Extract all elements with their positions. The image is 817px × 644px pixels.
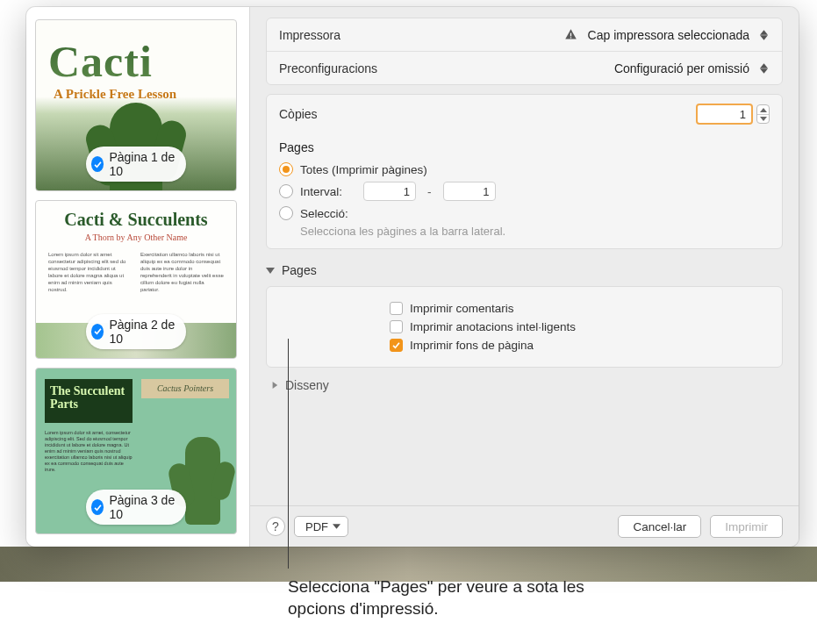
thumbnail-page-1[interactable]: Cacti A Prickle Free Lesson Pàgina 1 de … <box>35 19 237 191</box>
pages-all-label: Totes (Imprimir pàgines) <box>300 163 427 176</box>
range-to-input[interactable] <box>443 182 496 201</box>
callout-leader-line <box>288 339 289 569</box>
warning-icon <box>564 28 577 41</box>
thumb1-title: Cacti <box>36 20 236 87</box>
radio-selection[interactable] <box>279 206 293 220</box>
print-comments-row[interactable]: Imprimir comentaris <box>390 299 768 318</box>
printer-value: Cap impressora seleccionada <box>588 28 749 42</box>
thumb3-subtitle: Cactus Pointers <box>141 379 229 398</box>
stepper-down[interactable] <box>757 114 769 123</box>
svg-marker-4 <box>760 63 768 68</box>
check-icon <box>91 156 104 172</box>
svg-rect-0 <box>570 33 570 37</box>
stepper-up[interactable] <box>757 105 769 114</box>
page-thumbnails-sidebar: Cacti A Prickle Free Lesson Pàgina 1 de … <box>26 7 250 547</box>
print-label: Imprimir <box>725 520 768 533</box>
checkbox-smart[interactable] <box>390 320 403 333</box>
print-dialog: Cacti A Prickle Free Lesson Pàgina 1 de … <box>26 7 799 547</box>
page-badge-label: Pàgina 1 de 10 <box>109 150 176 178</box>
pdf-label: PDF <box>305 520 328 533</box>
help-button[interactable]: ? <box>266 517 285 536</box>
pages-selection-hint: Selecciona les pàgines a la barra latera… <box>300 225 770 238</box>
pages-heading: Pages <box>279 140 770 154</box>
thumb3-title: The Succulent Parts <box>45 379 133 423</box>
presets-label: Preconfiguracions <box>279 61 614 75</box>
range-dash: - <box>427 185 432 198</box>
check-icon <box>91 324 104 340</box>
printer-select[interactable]: Cap impressora seleccionada <box>564 27 770 42</box>
page-badge-label: Pàgina 3 de 10 <box>109 493 176 521</box>
updown-icon <box>758 27 770 42</box>
page-badge-1[interactable]: Pàgina 1 de 10 <box>86 147 186 182</box>
svg-marker-6 <box>760 108 767 112</box>
pages-selection-label: Selecció: <box>300 207 348 220</box>
checkbox-bg-label: Imprimir fons de pàgina <box>410 339 534 352</box>
printer-label: Impressora <box>279 28 564 42</box>
thumb3-body: Lorem ipsum dolor sit amet, consectetur … <box>45 430 133 473</box>
callout-text: Selecciona "Pages" per veure a sota les … <box>288 576 586 619</box>
thumb2-subtitle: A Thorn by Any Other Name <box>36 233 236 242</box>
print-options-panel: Impressora Cap impressora seleccionada P… <box>250 7 799 547</box>
chevron-down-icon <box>266 266 275 275</box>
radio-range[interactable] <box>279 184 293 198</box>
svg-marker-2 <box>760 30 768 34</box>
cancel-button[interactable]: Cancel·lar <box>618 515 701 538</box>
thumbnail-page-3[interactable]: The Succulent Parts Cactus Pointers Lore… <box>35 368 237 534</box>
chevron-right-icon <box>271 382 278 389</box>
print-smart-annotations-row[interactable]: Imprimir anotacions intel·ligents <box>390 318 768 336</box>
pages-selection-row[interactable]: Selecció: <box>279 204 770 223</box>
copies-input[interactable] <box>696 104 753 125</box>
thumb1-subtitle: A Prickle Free Lesson <box>36 87 236 102</box>
print-button[interactable]: Imprimir <box>710 515 783 538</box>
checkbox-comments[interactable] <box>390 302 403 315</box>
svg-marker-5 <box>760 68 768 73</box>
svg-marker-7 <box>760 117 767 121</box>
svg-rect-1 <box>570 37 570 38</box>
cancel-label: Cancel·lar <box>633 520 686 533</box>
thumbnail-page-2[interactable]: Cacti & Succulents A Thorn by Any Other … <box>35 200 237 358</box>
section-design-title: Disseny <box>285 378 329 392</box>
copies-label: Còpies <box>279 107 696 121</box>
pages-options-box: Imprimir comentaris Imprimir anotacions … <box>266 286 783 368</box>
svg-marker-10 <box>333 524 340 528</box>
cactus-illustration <box>185 437 220 525</box>
presets-select[interactable]: Configuració per omissió <box>614 61 770 75</box>
svg-marker-9 <box>273 382 278 389</box>
pdf-menu-button[interactable]: PDF <box>294 516 348 537</box>
printer-presets-group: Impressora Cap impressora seleccionada P… <box>266 18 783 85</box>
page-badge-label: Pàgina 2 de 10 <box>109 318 176 346</box>
radio-all[interactable] <box>279 162 293 176</box>
pages-range-row[interactable]: Interval: - <box>279 179 770 204</box>
section-design-disclosure[interactable]: Disseny <box>266 368 783 392</box>
range-from-input[interactable] <box>363 182 416 201</box>
pages-all-row[interactable]: Totes (Imprimir pàgines) <box>279 160 770 179</box>
thumb2-body-text: Lorem ipsum dolor sit amet consectetur a… <box>36 242 236 302</box>
pages-range-label: Interval: <box>300 185 342 198</box>
section-pages-title: Pages <box>282 263 317 277</box>
checkbox-bg[interactable] <box>390 339 403 352</box>
checkbox-smart-label: Imprimir anotacions intel·ligents <box>410 320 576 333</box>
presets-value: Configuració per omissió <box>614 61 749 75</box>
thumb2-title: Cacti & Succulents <box>36 201 236 230</box>
section-pages-disclosure[interactable]: Pages <box>266 258 783 283</box>
check-icon <box>91 499 104 515</box>
chevron-down-icon <box>333 524 340 529</box>
updown-icon <box>758 61 770 75</box>
page-badge-3[interactable]: Pàgina 3 de 10 <box>86 490 186 525</box>
page-badge-2[interactable]: Pàgina 2 de 10 <box>86 314 186 349</box>
copies-stepper[interactable] <box>756 104 770 124</box>
dialog-footer: ? PDF Cancel·lar Imprimir <box>250 505 799 547</box>
print-bg-row[interactable]: Imprimir fons de pàgina <box>390 336 768 354</box>
svg-marker-3 <box>760 35 768 39</box>
checkbox-comments-label: Imprimir comentaris <box>410 302 514 315</box>
copies-pages-group: Còpies Pages Totes (Imprimir pàgines) <box>266 94 783 249</box>
svg-marker-8 <box>266 268 275 274</box>
